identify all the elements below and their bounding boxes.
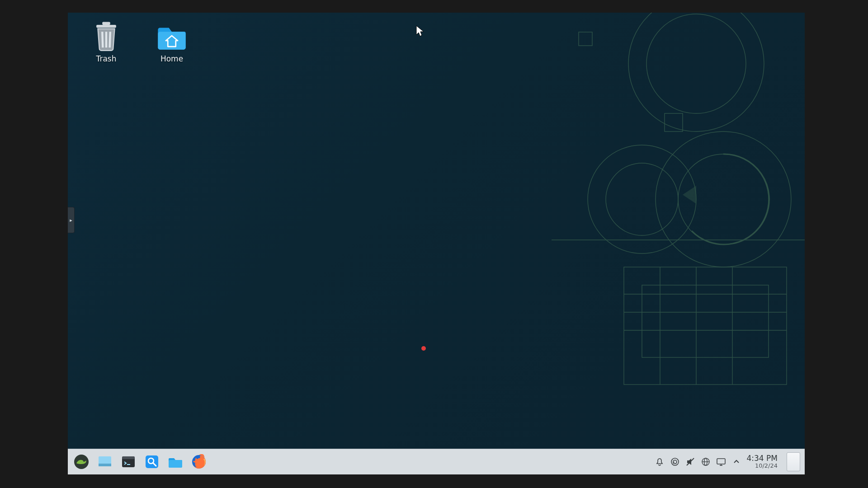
desktop-pager-button[interactable] [94, 451, 116, 473]
trash-icon [90, 20, 122, 52]
display-icon [716, 457, 726, 466]
updates-icon [670, 457, 679, 466]
clock-time: 4:34 PM [747, 455, 778, 463]
svg-point-25 [83, 460, 85, 462]
audio-muted-icon [686, 457, 695, 466]
clock[interactable]: 4:34 PM 10/2/24 [747, 455, 778, 469]
svg-rect-34 [169, 460, 182, 468]
svg-marker-6 [683, 186, 696, 204]
svg-line-20 [102, 32, 103, 47]
terminal-button[interactable] [118, 451, 139, 473]
notifications-icon [655, 457, 664, 466]
svg-rect-41 [717, 459, 725, 464]
svg-rect-27 [99, 464, 111, 466]
firefox-button[interactable] [188, 451, 210, 473]
application-menu-button[interactable] [71, 451, 92, 473]
svg-point-0 [628, 13, 764, 131]
svg-point-5 [678, 154, 769, 244]
display-button[interactable] [716, 457, 726, 467]
marker-dot [421, 346, 426, 351]
discover-button[interactable] [141, 451, 163, 473]
discover-icon [145, 455, 159, 469]
system-tray: 4:34 PM 10/2/24 [655, 452, 805, 471]
network-icon [701, 457, 710, 466]
svg-point-36 [671, 458, 679, 465]
svg-rect-7 [624, 267, 787, 385]
svg-rect-15 [665, 113, 683, 131]
home-folder-icon [156, 20, 188, 52]
mouse-cursor [416, 25, 424, 37]
audio-button[interactable] [685, 457, 695, 467]
chevron-up-icon [733, 458, 740, 465]
svg-rect-8 [642, 285, 769, 357]
taskbar: 4:34 PM 10/2/24 [68, 449, 805, 474]
show-desktop-button[interactable] [787, 452, 800, 471]
updates-button[interactable] [670, 457, 680, 467]
svg-point-1 [646, 14, 746, 113]
desktop-wallpaper[interactable]: ▸ Trash [68, 13, 805, 449]
side-panel-toggle[interactable]: ▸ [68, 207, 75, 233]
opensuse-menu-icon [74, 454, 89, 469]
wallpaper-art [552, 13, 805, 449]
notifications-button[interactable] [655, 457, 665, 467]
taskbar-launchers [68, 451, 210, 473]
desktop-icon-home[interactable]: Home [147, 20, 197, 63]
clock-date: 10/2/24 [747, 463, 778, 469]
file-manager-button[interactable] [165, 451, 186, 473]
desktop-icon-label: Home [160, 54, 183, 63]
svg-line-22 [110, 32, 110, 47]
svg-point-2 [588, 145, 696, 253]
firefox-icon [191, 454, 207, 469]
terminal-icon [121, 455, 136, 469]
svg-rect-18 [96, 25, 116, 28]
network-button[interactable] [701, 457, 711, 467]
svg-point-4 [656, 131, 791, 267]
tray-expand-button[interactable] [731, 457, 741, 467]
svg-point-3 [606, 163, 678, 235]
desktop-pager-icon [98, 455, 112, 469]
svg-rect-16 [579, 32, 592, 46]
desktop-icon-trash[interactable]: Trash [81, 20, 131, 63]
folder-icon [168, 454, 183, 469]
svg-rect-19 [102, 22, 110, 25]
desktop-icon-label: Trash [96, 54, 117, 63]
svg-rect-29 [122, 456, 135, 459]
